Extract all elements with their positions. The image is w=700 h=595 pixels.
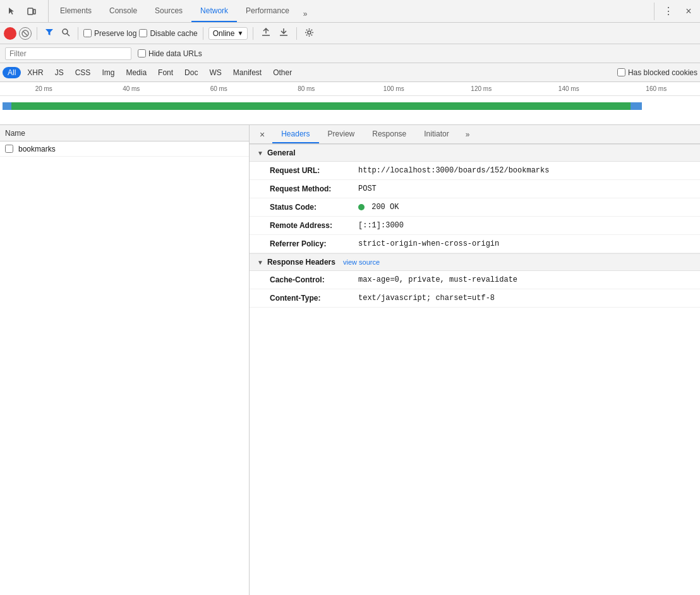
svg-rect-1 (33, 9, 35, 14)
ruler-mark-20ms: 20 ms (0, 85, 88, 92)
close-details-button[interactable]: × (255, 127, 270, 142)
type-btn-js[interactable]: JS (50, 67, 69, 78)
type-btn-manifest[interactable]: Manifest (228, 67, 267, 78)
detail-row-request-url: Request URL: http://localhost:3000/board… (250, 162, 700, 180)
network-settings-icon[interactable] (302, 27, 317, 40)
tab-bar: Elements Console Sources Network Perform… (0, 0, 700, 23)
general-section-header[interactable]: ▼ General (250, 144, 700, 162)
disable-cache-checkbox[interactable] (139, 29, 147, 37)
requests-panel: Name bookmarks (0, 125, 250, 595)
tab-performance[interactable]: Performance (237, 0, 298, 22)
type-btn-xhr[interactable]: XHR (22, 67, 48, 78)
tab-bar-right: ⋮ × (654, 3, 697, 20)
referrer-policy-value: strict-origin-when-cross-origin (358, 238, 499, 249)
separator-5 (296, 27, 297, 40)
detail-row-remote-address: Remote Address: [::1]:3000 (250, 217, 700, 235)
timeline-bars (0, 96, 700, 125)
ruler-mark-100ms: 100 ms (350, 85, 438, 92)
export-har-button[interactable] (276, 26, 291, 41)
type-btn-media[interactable]: Media (121, 67, 152, 78)
type-btn-all[interactable]: All (3, 67, 21, 78)
cursor-icon[interactable] (3, 3, 20, 20)
type-btn-other[interactable]: Other (268, 67, 297, 78)
hide-data-urls-checkbox[interactable] (138, 49, 146, 57)
timeline-request-bar (3, 102, 11, 110)
type-btn-doc[interactable]: Doc (179, 67, 203, 78)
network-toolbar: Preserve log Disable cache Online ▼ (0, 23, 700, 44)
preserve-log-group: Preserve log (83, 29, 136, 38)
filter-input[interactable] (5, 47, 131, 60)
detail-row-cache-control: Cache-Control: max-age=0, private, must-… (250, 271, 700, 289)
request-row-checkbox[interactable] (5, 145, 13, 153)
type-btn-css[interactable]: CSS (70, 67, 96, 78)
details-tab-response[interactable]: Response (363, 125, 415, 143)
disable-cache-group: Disable cache (139, 29, 197, 38)
record-button[interactable] (4, 27, 16, 40)
detail-row-request-method: Request Method: POST (250, 180, 700, 198)
has-blocked-cookies-label: Has blocked cookies (628, 68, 697, 77)
detail-row-content-type: Content-Type: text/javascript; charset=u… (250, 289, 700, 308)
view-source-link[interactable]: view source (343, 258, 380, 266)
request-row-bookmarks[interactable]: bookmarks (0, 141, 249, 157)
response-headers-section-header[interactable]: ▼ Response Headers view source (250, 253, 700, 271)
tab-sources[interactable]: Sources (146, 0, 191, 22)
detail-row-status-code: Status Code: 200 OK (250, 198, 700, 217)
main-content: Name bookmarks × Headers Preview Respons… (0, 125, 700, 595)
tab-network[interactable]: Network (191, 0, 237, 22)
main-tabs: Elements Console Sources Network Perform… (51, 0, 654, 22)
more-vert-icon[interactable]: ⋮ (660, 3, 677, 20)
timeline-ruler: 20 ms 40 ms 60 ms 80 ms 100 ms 120 ms 14… (0, 82, 700, 96)
response-headers-section-title: Response Headers (267, 258, 335, 267)
requests-name-column: Name (5, 129, 25, 138)
cache-control-value: max-age=0, private, must-revalidate (358, 274, 517, 285)
import-har-button[interactable] (258, 26, 274, 41)
online-label: Online (213, 29, 235, 38)
request-name-bookmarks: bookmarks (18, 145, 56, 153)
timeline-end-bar (631, 102, 642, 110)
has-blocked-cookies-checkbox[interactable] (617, 68, 625, 76)
filter-bar: Hide data URLs (0, 44, 700, 63)
svg-line-5 (67, 33, 69, 36)
type-btn-ws[interactable]: WS (204, 67, 226, 78)
ruler-mark-80ms: 80 ms (263, 85, 351, 92)
referrer-policy-label: Referrer Policy: (270, 238, 358, 249)
ruler-mark-120ms: 120 ms (438, 85, 526, 92)
close-devtools-button[interactable]: × (680, 3, 697, 20)
tab-console[interactable]: Console (100, 0, 146, 22)
tab-more[interactable]: » (298, 6, 313, 22)
disable-cache-label: Disable cache (150, 29, 197, 38)
remote-address-label: Remote Address: (270, 220, 358, 231)
ruler-mark-160ms: 160 ms (613, 85, 701, 92)
svg-line-3 (23, 32, 27, 35)
svg-point-6 (308, 31, 311, 34)
search-icon[interactable] (59, 27, 73, 40)
type-btn-img[interactable]: Img (97, 67, 119, 78)
devtools-icons (3, 0, 49, 22)
type-btn-font[interactable]: Font (153, 67, 178, 78)
details-tab-headers[interactable]: Headers (272, 125, 318, 143)
details-tab-preview[interactable]: Preview (319, 125, 364, 143)
content-type-value: text/javascript; charset=utf-8 (358, 292, 495, 304)
chevron-down-icon: ▼ (237, 30, 243, 37)
request-url-value: http://localhost:3000/boards/152/bookmar… (358, 165, 549, 176)
details-tab-initiator[interactable]: Initiator (415, 125, 457, 143)
type-filter-bar: All XHR JS CSS Img Media Font Doc WS Man… (0, 63, 700, 82)
separator-3 (203, 27, 203, 40)
remote-address-value: [::1]:3000 (358, 220, 404, 231)
device-icon[interactable] (23, 3, 40, 20)
filter-icon[interactable] (42, 27, 56, 40)
status-code-value: 200 OK (358, 201, 399, 213)
ruler-mark-140ms: 140 ms (525, 85, 613, 92)
preserve-log-checkbox[interactable] (83, 29, 92, 37)
stop-button[interactable] (19, 27, 32, 40)
timeline-area: 20 ms 40 ms 60 ms 80 ms 100 ms 120 ms 14… (0, 82, 700, 125)
status-code-label: Status Code: (270, 201, 358, 213)
throttle-select[interactable]: Online ▼ (208, 27, 248, 40)
details-panel: × Headers Preview Response Initiator » ▼… (250, 125, 700, 595)
separator-2 (78, 27, 78, 40)
svg-rect-0 (28, 8, 33, 15)
details-tab-more[interactable]: » (461, 128, 475, 141)
request-url-label: Request URL: (270, 165, 358, 176)
cache-control-label: Cache-Control: (270, 274, 358, 285)
tab-elements[interactable]: Elements (51, 0, 100, 22)
